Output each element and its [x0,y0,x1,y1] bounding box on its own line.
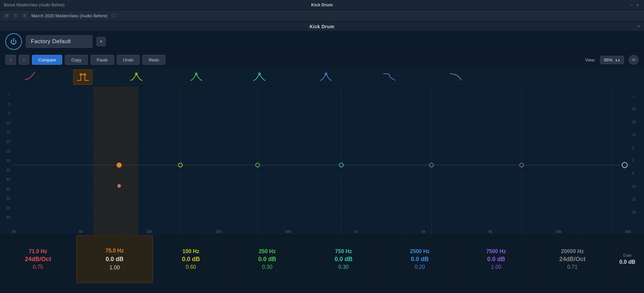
band7-handle[interactable] [520,163,524,167]
minimize-btn[interactable]: − [629,3,634,7]
preset-dropdown-arrow[interactable]: ▾ [96,37,106,46]
redo-button[interactable]: Redo [142,55,165,65]
band5-icon[interactable] [253,71,266,83]
band6-info[interactable]: 2500 Hz 0.0 dB 0.20 [382,235,458,283]
s-badge[interactable]: S [13,14,18,18]
gain-value: 0.0 dB [619,259,635,265]
band6-db: 0.0 dB [411,256,429,263]
window-title: Kick Drum [311,2,333,7]
chevron-right-icon: › [23,57,25,62]
band2-info[interactable]: 75.0 Hz 0.0 dB 1.00 [76,235,153,283]
toolbar-row: ‹ › Compare Copy Paste Undo Redo View: 9… [0,51,644,68]
band5-q: 0.30 [338,264,349,270]
chevron-down-icon: ▾ [100,39,102,44]
band6-q: 0.20 [414,264,425,270]
r-badge[interactable]: R [22,14,27,18]
view-label: View: [585,57,596,62]
band1-icon[interactable] [25,70,38,84]
band4-handle[interactable] [255,163,259,167]
band2-q: 1.00 [109,265,120,271]
view-stepper-icon: ⬆⬇ [615,59,620,62]
system-top-bar: Bonus Masterclass (Audio Before) Kick Dr… [0,0,644,10]
preset-name: Factory Default [31,38,71,45]
app-title: Bonus Masterclass (Audio Before) [4,3,65,7]
band5-info[interactable]: 750 Hz 0.0 dB 0.30 [306,235,382,283]
m-badge[interactable]: M [4,14,9,18]
power-button[interactable]: ⏻ [5,33,22,50]
chevron-left-icon: ‹ [10,57,11,62]
eq-canvas: + 0 5 10 15 20 25 30 35 40 45 50 55 60 -… [0,86,644,235]
band1-info[interactable]: 71.0 Hz 24dB/Oct 0.75 [0,235,76,283]
band3-db: 0.0 dB [182,256,200,263]
band4-q: 0.30 [262,264,272,270]
band2-icon[interactable] [73,69,92,85]
band2-inner-handle[interactable] [117,184,121,187]
link-button[interactable]: ∞ [629,55,639,65]
plugin-close-btn[interactable]: ✕ [637,24,640,29]
band3-info[interactable]: 100 Hz 0.0 dB 0.60 [153,235,229,283]
band-info-row: 71.0 Hz 24dB/Oct 0.75 75.0 Hz 0.0 dB 1.0… [0,235,644,283]
paste-label: Paste [97,57,108,62]
compare-button[interactable]: Compare [32,55,62,65]
band7-freq: 7500 Hz [486,248,506,254]
track-info-icon: ⓘ [111,13,116,19]
band7-q: 1.00 [491,264,501,270]
plugin-window-controls: ✕ [637,24,640,29]
band2-db: 0.0 dB [104,255,126,263]
preset-row: ⏻ Factory Default ▾ [0,32,644,51]
undo-button[interactable]: Undo [117,55,140,65]
band6-freq: 2500 Hz [410,248,430,254]
redo-label: Redo [149,57,159,62]
band3-freq: 100 Hz [183,248,200,254]
preset-selector[interactable]: Factory Default [26,35,92,48]
band4-freq: 250 Hz [259,248,276,254]
band5-handle[interactable] [339,163,343,167]
view-pct-value: 95% [604,57,612,62]
plugin-title-row: Kick Drum ✕ [0,22,644,32]
view-percent[interactable]: 95% ⬆⬇ [600,56,624,64]
compare-label: Compare [38,57,56,62]
band7-db: 0.0 dB [487,256,505,263]
band6-icon[interactable] [319,71,333,83]
band5-freq: 750 Hz [335,248,352,254]
band8-info[interactable]: 20000 Hz 24dB/Oct 0.71 [535,235,611,283]
paste-button[interactable]: Paste [90,55,114,65]
band2-handle[interactable] [117,163,121,167]
band-icons-row [0,68,644,86]
band5-db: 0.0 dB [335,256,353,263]
band4-db: 0.0 dB [258,256,276,263]
copy-button[interactable]: Copy [65,55,87,65]
band4-info[interactable]: 250 Hz 0.0 dB 0.30 [229,235,305,283]
gain-label: Gain [623,253,631,258]
band8-icon[interactable] [449,71,462,83]
eq-svg [0,86,644,235]
link-icon: ∞ [632,57,635,63]
plugin-title: Kick Drum [310,24,335,29]
svg-rect-38 [93,86,139,235]
window-controls: − × [629,3,640,7]
top-bar-left: Bonus Masterclass (Audio Before) [4,3,65,7]
band6-handle[interactable] [429,163,433,167]
copy-label: Copy [71,57,81,62]
power-icon: ⏻ [10,38,17,45]
track-name: March 2020 Masterclass (Audio Before) [31,13,107,18]
track-row: M S R March 2020 Masterclass (Audio Befo… [0,10,644,22]
band7-icon[interactable] [383,71,396,83]
band7-info[interactable]: 7500 Hz 0.0 dB 1.00 [458,235,534,283]
band8-q: 0.71 [567,264,577,270]
band1-q: 0.75 [33,264,43,270]
band8-freq: 20000 Hz [561,248,584,254]
band8-db: 24dB/Oct [559,256,585,263]
gain-info[interactable]: Gain 0.0 dB [611,235,644,283]
forward-button[interactable]: › [19,55,29,65]
band2-freq: 75.0 Hz [105,248,124,254]
close-btn[interactable]: × [635,3,640,7]
band1-freq: 71.0 Hz [29,248,47,254]
band3-q: 0.60 [186,264,196,270]
band1-db: 24dB/Oct [25,256,51,263]
band4-icon[interactable] [190,71,203,83]
back-button[interactable]: ‹ [5,55,16,65]
undo-label: Undo [123,57,133,62]
band3-icon[interactable] [130,71,143,83]
eq-main-content: + 0 5 10 15 20 25 30 35 40 45 50 55 60 -… [0,68,644,283]
